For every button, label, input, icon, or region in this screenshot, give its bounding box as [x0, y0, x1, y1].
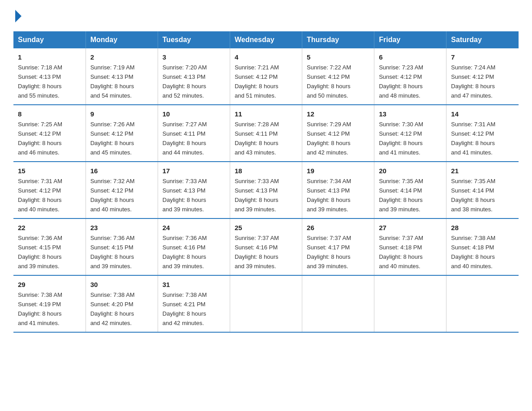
day-cell — [374, 275, 446, 332]
sunset-info: Sunset: 4:14 PM — [451, 187, 494, 194]
daylight-label: Daylight: 8 hours — [90, 310, 134, 317]
sunset-info: Sunset: 4:11 PM — [235, 130, 278, 137]
day-number: 28 — [451, 223, 514, 233]
calendar-header-row: SundayMondayTuesdayWednesdayThursdayFrid… — [13, 31, 519, 48]
daylight-label: Daylight: 8 hours — [163, 83, 206, 90]
sunset-info: Sunset: 4:12 PM — [235, 73, 278, 80]
day-cell: 22Sunrise: 7:36 AMSunset: 4:15 PMDayligh… — [13, 218, 86, 275]
daylight-label: Daylight: 8 hours — [90, 197, 134, 203]
col-header-thursday: Thursday — [302, 31, 374, 48]
daylight-minutes: and 40 minutes. — [18, 206, 60, 213]
sunrise-info: Sunrise: 7:20 AM — [163, 64, 207, 71]
sunset-info: Sunset: 4:13 PM — [235, 187, 278, 194]
day-cell: 8Sunrise: 7:25 AMSunset: 4:12 PMDaylight… — [13, 105, 86, 162]
day-number: 14 — [451, 109, 514, 119]
day-cell: 17Sunrise: 7:33 AMSunset: 4:13 PMDayligh… — [158, 162, 230, 218]
daylight-minutes: and 42 minutes. — [307, 149, 348, 156]
daylight-minutes: and 43 minutes. — [235, 149, 276, 156]
sunset-info: Sunset: 4:13 PM — [163, 187, 206, 194]
day-number: 26 — [307, 223, 369, 233]
daylight-label: Daylight: 8 hours — [307, 197, 351, 203]
day-cell — [302, 275, 374, 332]
day-cell: 28Sunrise: 7:38 AMSunset: 4:18 PMDayligh… — [446, 218, 519, 275]
col-header-sunday: Sunday — [13, 31, 86, 48]
sunset-info: Sunset: 4:15 PM — [18, 244, 61, 251]
day-number: 2 — [90, 52, 153, 62]
week-row-5: 29Sunrise: 7:38 AMSunset: 4:19 PMDayligh… — [13, 275, 519, 332]
daylight-minutes: and 39 minutes. — [379, 206, 420, 213]
day-cell: 6Sunrise: 7:23 AMSunset: 4:12 PMDaylight… — [374, 48, 446, 105]
day-number: 17 — [163, 166, 225, 176]
day-cell: 15Sunrise: 7:31 AMSunset: 4:12 PMDayligh… — [13, 162, 86, 218]
daylight-minutes: and 39 minutes. — [163, 263, 204, 270]
day-number: 18 — [235, 166, 297, 176]
sunrise-info: Sunrise: 7:21 AM — [235, 64, 279, 71]
sunset-info: Sunset: 4:17 PM — [307, 244, 350, 251]
day-number: 15 — [18, 166, 81, 176]
daylight-minutes: and 40 minutes. — [90, 206, 132, 213]
sunset-info: Sunset: 4:14 PM — [379, 187, 422, 194]
daylight-label: Daylight: 8 hours — [307, 140, 351, 146]
sunset-info: Sunset: 4:12 PM — [451, 130, 494, 137]
sunrise-info: Sunrise: 7:19 AM — [90, 64, 135, 71]
week-row-3: 15Sunrise: 7:31 AMSunset: 4:12 PMDayligh… — [13, 162, 519, 218]
day-number: 25 — [235, 223, 297, 233]
sunset-info: Sunset: 4:16 PM — [163, 244, 206, 251]
day-number: 20 — [379, 166, 442, 176]
sunrise-info: Sunrise: 7:38 AM — [18, 291, 62, 298]
col-header-tuesday: Tuesday — [158, 31, 230, 48]
day-cell: 27Sunrise: 7:37 AMSunset: 4:18 PMDayligh… — [374, 218, 446, 275]
sunset-info: Sunset: 4:19 PM — [18, 301, 61, 308]
sunset-info: Sunset: 4:13 PM — [18, 73, 61, 80]
day-number: 22 — [18, 223, 81, 233]
daylight-label: Daylight: 8 hours — [235, 197, 279, 203]
day-cell: 4Sunrise: 7:21 AMSunset: 4:12 PMDaylight… — [230, 48, 302, 105]
daylight-minutes: and 39 minutes. — [307, 263, 348, 270]
day-number: 30 — [90, 279, 153, 290]
sunrise-info: Sunrise: 7:37 AM — [235, 235, 279, 241]
sunrise-info: Sunrise: 7:30 AM — [379, 121, 423, 128]
daylight-minutes: and 39 minutes. — [163, 206, 204, 213]
sunrise-info: Sunrise: 7:38 AM — [90, 291, 135, 298]
sunset-info: Sunset: 4:12 PM — [379, 130, 422, 137]
sunrise-info: Sunrise: 7:33 AM — [235, 178, 279, 184]
daylight-label: Daylight: 8 hours — [90, 83, 134, 90]
daylight-minutes: and 39 minutes. — [307, 206, 348, 213]
daylight-minutes: and 41 minutes. — [451, 149, 493, 156]
sunset-info: Sunset: 4:12 PM — [90, 187, 133, 194]
daylight-label: Daylight: 8 hours — [451, 197, 495, 203]
day-number: 1 — [18, 52, 81, 62]
daylight-minutes: and 41 minutes. — [18, 320, 60, 326]
day-number: 5 — [307, 52, 369, 62]
sunset-info: Sunset: 4:12 PM — [451, 73, 494, 80]
page-header — [13, 9, 519, 22]
day-cell: 21Sunrise: 7:35 AMSunset: 4:14 PMDayligh… — [446, 162, 519, 218]
daylight-label: Daylight: 8 hours — [18, 83, 62, 90]
sunrise-info: Sunrise: 7:36 AM — [18, 235, 62, 241]
calendar-table: SundayMondayTuesdayWednesdayThursdayFrid… — [13, 31, 519, 333]
day-number: 7 — [451, 52, 514, 62]
day-number: 10 — [163, 109, 225, 119]
sunset-info: Sunset: 4:12 PM — [90, 130, 133, 137]
daylight-label: Daylight: 8 hours — [163, 310, 206, 317]
sunrise-info: Sunrise: 7:37 AM — [307, 235, 351, 241]
sunset-info: Sunset: 4:12 PM — [307, 73, 350, 80]
daylight-minutes: and 42 minutes. — [163, 320, 204, 326]
daylight-label: Daylight: 8 hours — [379, 253, 423, 260]
week-row-1: 1Sunrise: 7:18 AMSunset: 4:13 PMDaylight… — [13, 48, 519, 105]
sunset-info: Sunset: 4:13 PM — [90, 73, 133, 80]
daylight-label: Daylight: 8 hours — [235, 140, 279, 146]
daylight-minutes: and 42 minutes. — [90, 320, 132, 326]
daylight-label: Daylight: 8 hours — [451, 140, 495, 146]
daylight-label: Daylight: 8 hours — [18, 253, 62, 260]
daylight-minutes: and 41 minutes. — [379, 149, 420, 156]
sunrise-info: Sunrise: 7:31 AM — [451, 121, 495, 128]
daylight-label: Daylight: 8 hours — [18, 197, 62, 203]
sunset-info: Sunset: 4:20 PM — [90, 301, 133, 308]
daylight-label: Daylight: 8 hours — [451, 253, 495, 260]
sunrise-info: Sunrise: 7:29 AM — [307, 121, 351, 128]
daylight-minutes: and 48 minutes. — [379, 92, 420, 99]
day-number: 11 — [235, 109, 297, 119]
day-cell: 19Sunrise: 7:34 AMSunset: 4:13 PMDayligh… — [302, 162, 374, 218]
day-cell: 10Sunrise: 7:27 AMSunset: 4:11 PMDayligh… — [158, 105, 230, 162]
